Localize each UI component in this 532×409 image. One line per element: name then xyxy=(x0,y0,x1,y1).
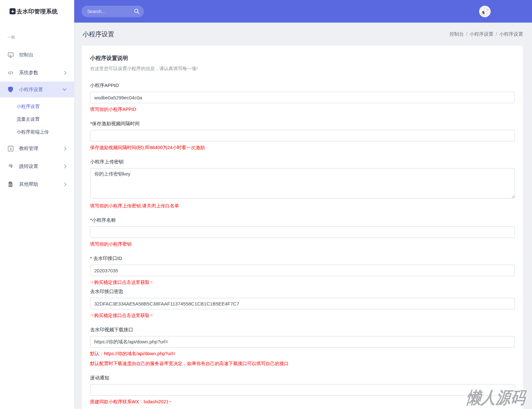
field-help-download-api: 默认配置时下载速度由自己的服务器带宽决定，如果你有自己的高速下载接口可以填写自己… xyxy=(90,360,515,367)
field-help-upload-key: 填写你的小程序上传密钥,请关闭上传白名单 xyxy=(90,202,515,210)
field-help-reward-video-interval: 保存激励视频间隔时间(秒),即86400为24小时看一次激励 xyxy=(90,144,515,151)
card-heading: 小程序设置说明 xyxy=(90,54,515,62)
chevron-right-icon xyxy=(64,147,67,151)
sidebar-item-desktop[interactable]: 控制台 xyxy=(0,46,74,64)
sidebar-item-label: 其他帮助 xyxy=(19,181,38,187)
field-help-scroll-notice: 搭建同款小程序联系WX：ludashi2021~ xyxy=(90,398,515,405)
goose-avatar-icon xyxy=(479,6,491,17)
sidebar-subitem[interactable]: 小程序设置 xyxy=(0,100,74,113)
field-label-api-secret: 去水印接口密匙 xyxy=(90,289,515,295)
field-label-scroll-notice: 滚动通知 xyxy=(90,375,515,381)
fingerprint-icon xyxy=(7,163,14,169)
sidebar-item-label: 跳转设置 xyxy=(19,163,38,169)
form-field-appid: 小程序APPID 填写你的小程序APPID xyxy=(90,83,515,113)
field-label-upload-key: 小程序上传密钥 xyxy=(90,159,515,165)
sidebar-item-label: 系统参数 xyxy=(19,70,38,76)
sidebar-submenu: 小程序设置流量主设置小程序前端上传 xyxy=(0,97,74,140)
field-help-mp-name: 填写你的小程序密钥 xyxy=(90,240,515,248)
chevron-right-icon xyxy=(64,71,67,75)
reward-video-interval-input[interactable] xyxy=(90,130,515,141)
field-help-download-api: 默认：https://你的域名/api/down.php?url= xyxy=(90,350,515,357)
breadcrumb-item[interactable]: 控制台 xyxy=(450,31,464,37)
field-label-appid: 小程序APPID xyxy=(90,83,515,89)
search-box[interactable] xyxy=(82,6,144,17)
code-icon xyxy=(7,69,14,76)
form-field-api-id: * 去水印接口ID ☞购买稳定接口点击这里获取☜ xyxy=(90,255,515,286)
upload-key-input[interactable]: 你的上传密钥key xyxy=(90,168,515,198)
avatar[interactable] xyxy=(479,6,491,17)
search-input[interactable] xyxy=(87,9,134,14)
shield-icon xyxy=(7,86,14,93)
form-field-download-api: 去水印视频下载接口 默认：https://你的域名/api/down.php?u… xyxy=(90,327,515,367)
api-secret-input[interactable] xyxy=(90,298,515,309)
svg-text:$: $ xyxy=(10,147,11,150)
api-id-input[interactable] xyxy=(90,265,515,276)
breadcrumb-item[interactable]: 小程序设置 xyxy=(499,31,523,37)
settings-card: 小程序设置说明 在这里您可以设置小程序的信息，请认真填写每一项! 小程序APPI… xyxy=(82,46,523,409)
sidebar-section-label: 一般 xyxy=(7,35,74,40)
sidebar-nav: 控制台 系统参数 小程序设置 小程序设置流量主设置小程序前端上传 $ 教程管理 xyxy=(0,46,74,193)
breadcrumb-separator: / xyxy=(466,31,467,37)
form-field-api-secret: 去水印接口密匙 ☞购买稳定接口点击这里获取☜ xyxy=(90,289,515,319)
sidebar-subitem[interactable]: 流量主设置 xyxy=(0,113,74,126)
form-field-reward-video-interval: *保存激励视频间隔时间 保存激励视频间隔时间(秒),即86400为24小时看一次… xyxy=(90,121,515,151)
desktop-icon xyxy=(7,52,14,58)
app-title: 去水印管理系统 xyxy=(17,8,58,15)
chevron-down-icon xyxy=(62,88,67,91)
form-field-mp-name: *小程序名称 填写你的小程序密钥 xyxy=(90,217,515,248)
buy-api-link[interactable]: ☞购买稳定接口点击这里获取☜ xyxy=(90,279,515,286)
sidebar-item-file-code[interactable]: 其他帮助 xyxy=(0,175,74,193)
breadcrumb: 控制台/小程序设置/小程序设置 xyxy=(450,31,523,37)
chevron-right-icon xyxy=(64,164,67,169)
topbar xyxy=(74,0,532,23)
sidebar-item-shield[interactable]: 小程序设置 xyxy=(0,82,74,97)
sidebar-item-code[interactable]: 系统参数 xyxy=(0,64,74,82)
sidebar-item-label: 小程序设置 xyxy=(19,87,43,93)
sidebar: 去水印管理系统 一般 控制台 系统参数 小程序设置 小程序设置流量主设置小程序前… xyxy=(0,0,74,409)
breadcrumb-item[interactable]: 小程序设置 xyxy=(470,31,493,37)
sidebar-item-label: 控制台 xyxy=(19,52,33,58)
sidebar-subitem[interactable]: 小程序前端上传 xyxy=(0,126,74,138)
field-help-appid: 填写你的小程序APPID xyxy=(90,106,515,113)
form-field-scroll-notice: 滚动通知 搭建同款小程序联系WX：ludashi2021~ xyxy=(90,375,515,405)
download-api-input[interactable] xyxy=(90,336,515,348)
breadcrumb-separator: / xyxy=(496,31,497,37)
field-label-api-id: * 去水印接口ID xyxy=(90,255,515,262)
field-label-download-api: 去水印视频下载接口 xyxy=(90,327,515,333)
content: 小程序设置 控制台/小程序设置/小程序设置 小程序设置说明 在这里您可以设置小程… xyxy=(74,23,532,409)
search-icon[interactable] xyxy=(134,9,139,14)
four-point-star-icon xyxy=(10,8,16,14)
sidebar-item-label: 教程管理 xyxy=(19,146,38,152)
sidebar-item-fingerprint[interactable]: 跳转设置 xyxy=(0,157,74,175)
chevron-right-icon xyxy=(64,182,67,186)
mp-name-input[interactable] xyxy=(90,226,515,238)
sidebar-item-dollar-square[interactable]: $ 教程管理 xyxy=(0,140,74,157)
buy-api-link[interactable]: ☞购买稳定接口点击这里获取☜ xyxy=(90,312,515,319)
form-field-upload-key: 小程序上传密钥 你的上传密钥key填写你的小程序上传密钥,请关闭上传白名单 xyxy=(90,159,515,210)
page-header: 小程序设置 控制台/小程序设置/小程序设置 xyxy=(74,23,532,46)
settings-form: 小程序APPID 填写你的小程序APPID *保存激励视频间隔时间 保存激励视频… xyxy=(90,83,515,409)
card-subheading: 在这里您可以设置小程序的信息，请认真填写每一项! xyxy=(90,66,515,72)
field-label-reward-video-interval: *保存激励视频间隔时间 xyxy=(90,121,515,127)
page-title: 小程序设置 xyxy=(82,30,114,39)
dollar-square-icon: $ xyxy=(7,145,14,152)
file-code-icon xyxy=(7,181,14,187)
scroll-notice-input[interactable] xyxy=(90,384,515,396)
field-label-mp-name: *小程序名称 xyxy=(90,217,515,223)
appid-input[interactable] xyxy=(90,92,515,103)
app-logo[interactable]: 去水印管理系统 xyxy=(0,0,74,23)
